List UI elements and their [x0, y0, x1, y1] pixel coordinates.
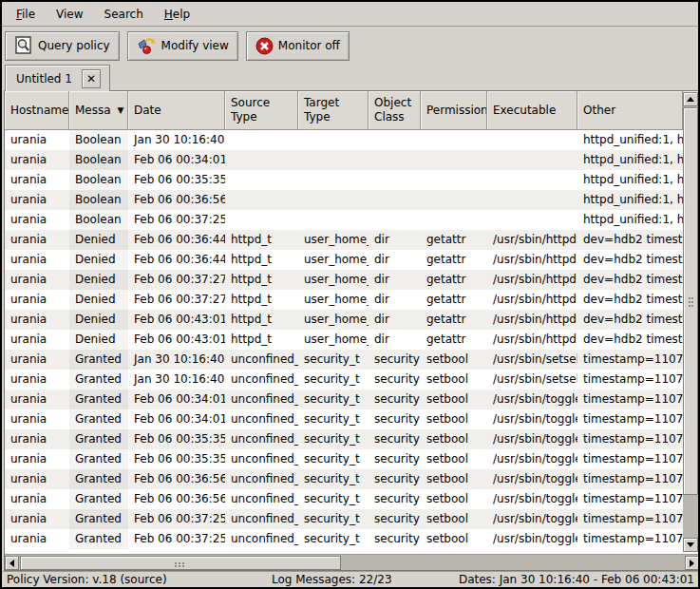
cell: /usr/sbin/toggle — [487, 509, 577, 529]
column-header-label: Hostname — [10, 104, 68, 118]
scroll-left-icon[interactable] — [5, 556, 19, 570]
cell: dev=hdb2 timesta — [577, 330, 683, 350]
column-header-executable[interactable]: Executable — [487, 91, 577, 130]
table-row[interactable]: uraniaGrantedJan 30 10:16:40unconfined_s… — [5, 370, 683, 390]
column-header-date[interactable]: Date — [128, 91, 225, 130]
cell: getattr — [421, 250, 487, 270]
table-row[interactable]: uraniaGrantedFeb 06 00:36:56unconfined_s… — [5, 469, 683, 489]
cell: Feb 06 00:36:44 — [128, 250, 225, 270]
query-policy-button[interactable]: Query policy — [5, 31, 120, 61]
table-row[interactable]: uraniaBooleanFeb 06 00:35:35httpd_unifie… — [5, 170, 683, 190]
tab-untitled-1[interactable]: Untitled 1 ✕ — [5, 65, 110, 91]
column-header-messa[interactable]: Messa▼ — [69, 91, 128, 130]
log-table: HostnameMessa▼DateSource TypeTarget Type… — [4, 90, 700, 571]
menu-view[interactable]: View — [46, 4, 93, 25]
cell: unconfined_ — [225, 469, 298, 489]
menu-search[interactable]: Search — [94, 4, 154, 25]
cell: httpd_t — [225, 330, 298, 350]
scroll-down-icon[interactable] — [683, 538, 698, 552]
cell: Denied — [69, 270, 128, 290]
cell — [421, 170, 487, 190]
cell — [421, 150, 487, 170]
cell: Feb 06 00:36:56 — [128, 190, 225, 210]
monitor-off-button[interactable]: Monitor off — [246, 31, 350, 61]
column-header-object-class[interactable]: Object Class — [369, 91, 421, 130]
cell: Feb 06 00:34:01 — [128, 409, 225, 429]
table-row[interactable]: uraniaGrantedFeb 06 00:34:01unconfined_s… — [5, 390, 683, 409]
modify-view-button[interactable]: Modify view — [127, 31, 238, 61]
cell: getattr — [421, 330, 487, 350]
cell — [225, 150, 298, 170]
menu-file[interactable]: File — [6, 4, 46, 25]
table-row[interactable]: uraniaDeniedFeb 06 00:36:44httpd_tuser_h… — [5, 250, 683, 270]
query-policy-icon — [14, 36, 33, 55]
table-row[interactable]: uraniaGrantedFeb 06 00:35:35unconfined_s… — [5, 429, 683, 449]
cell — [225, 190, 298, 210]
column-header-hostname[interactable]: Hostname — [5, 91, 69, 130]
cell: dev=hdb2 timesta — [577, 290, 683, 310]
menu-help[interactable]: Help — [154, 4, 200, 25]
cell: unconfined_ — [225, 390, 298, 409]
table-row[interactable]: uraniaDeniedFeb 06 00:43:01httpd_tuser_h… — [5, 310, 683, 330]
table-row[interactable]: uraniaGrantedFeb 06 00:36:56unconfined_s… — [5, 489, 683, 509]
horizontal-scrollbar-thumb[interactable] — [20, 556, 341, 570]
table-row[interactable]: uraniaBooleanJan 30 10:16:40httpd_unifie… — [5, 130, 683, 150]
cell: timestamp=11076 — [577, 429, 683, 449]
scroll-up-icon[interactable] — [683, 92, 698, 106]
cell: Feb 06 00:34:01 — [128, 390, 225, 409]
table-row[interactable]: uraniaGrantedFeb 06 00:34:01unconfined_s… — [5, 409, 683, 429]
vertical-scrollbar-thumb[interactable] — [683, 107, 698, 495]
cell: urania — [5, 449, 69, 469]
cell: Granted — [69, 409, 128, 429]
cell: Feb 06 00:35:35 — [128, 170, 225, 190]
column-header-target-type[interactable]: Target Type — [298, 91, 369, 130]
cell: dir — [369, 230, 421, 250]
table-row[interactable]: uraniaGrantedFeb 06 00:35:35unconfined_s… — [5, 449, 683, 469]
cell: dir — [369, 290, 421, 310]
cell: dir — [369, 330, 421, 350]
cell: /usr/sbin/toggle — [487, 529, 577, 549]
column-header-source-type[interactable]: Source Type — [225, 91, 298, 130]
cell: urania — [5, 489, 69, 509]
table-row[interactable]: uraniaGrantedJan 30 10:16:40unconfined_s… — [5, 350, 683, 370]
cell: security — [369, 390, 421, 409]
table-row[interactable]: uraniaGrantedFeb 06 00:37:25unconfined_s… — [5, 529, 683, 549]
cell: security — [369, 469, 421, 489]
table-row[interactable]: uraniaBooleanFeb 06 00:37:25httpd_unifie… — [5, 210, 683, 230]
cell: /usr/sbin/httpd — [487, 270, 577, 290]
table-row[interactable]: uraniaDeniedFeb 06 00:43:01httpd_tuser_h… — [5, 330, 683, 350]
table-row[interactable]: uraniaBooleanFeb 06 00:36:56httpd_unifie… — [5, 190, 683, 210]
table-row[interactable]: uraniaDeniedFeb 06 00:37:27httpd_tuser_h… — [5, 290, 683, 310]
table-row[interactable]: uraniaBooleanFeb 06 00:34:01httpd_unifie… — [5, 150, 683, 170]
cell: /usr/sbin/toggle — [487, 449, 577, 469]
cell — [298, 170, 369, 190]
close-icon[interactable]: ✕ — [82, 69, 101, 88]
cell: dir — [369, 310, 421, 330]
cell: Denied — [69, 250, 128, 270]
column-header-other[interactable]: Other — [577, 91, 683, 130]
cell: urania — [5, 529, 69, 549]
column-header-permission[interactable]: Permission — [421, 91, 487, 130]
cell: Feb 06 00:36:56 — [128, 469, 225, 489]
cell: urania — [5, 409, 69, 429]
cell: Boolean — [69, 210, 128, 230]
cell: Denied — [69, 330, 128, 350]
table-row[interactable]: uraniaDeniedFeb 06 00:37:27httpd_tuser_h… — [5, 270, 683, 290]
tab-bar: Untitled 1 ✕ — [2, 64, 698, 91]
cell: unconfined_ — [225, 350, 298, 370]
cell: /usr/sbin/toggle — [487, 390, 577, 409]
cell: setbool — [421, 469, 487, 489]
cell: Feb 06 00:36:56 — [128, 489, 225, 509]
table-row[interactable]: uraniaGrantedFeb 06 00:37:25unconfined_s… — [5, 509, 683, 529]
cell — [487, 210, 577, 230]
cell: urania — [5, 350, 69, 370]
cell: Feb 06 00:43:01 — [128, 310, 225, 330]
cell: httpd_unified:1, h — [577, 210, 683, 230]
cell: httpd_unified:1, h — [577, 190, 683, 210]
cell: Feb 06 00:34:01 — [128, 150, 225, 170]
cell: security — [369, 370, 421, 390]
scroll-right-icon[interactable] — [685, 556, 699, 570]
horizontal-scrollbar[interactable] — [5, 554, 699, 570]
vertical-scrollbar[interactable] — [683, 92, 698, 552]
table-row[interactable]: uraniaDeniedFeb 06 00:36:44httpd_tuser_h… — [5, 230, 683, 250]
